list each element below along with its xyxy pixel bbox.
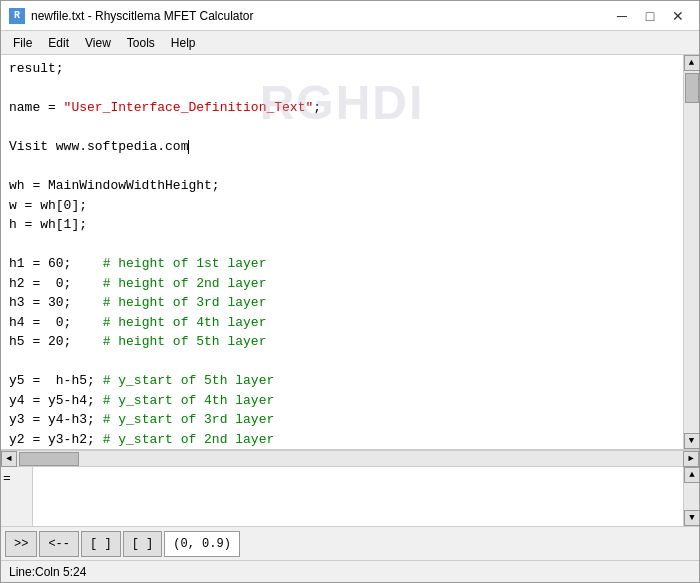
forward-button[interactable]: >> — [5, 531, 37, 557]
app-icon: R — [9, 8, 25, 24]
main-window: R newfile.txt - Rhyscitlema MFET Calcula… — [0, 0, 700, 583]
horizontal-scrollbar[interactable]: ◄ ► — [1, 450, 699, 466]
title-bar-controls: ─ □ ✕ — [609, 5, 691, 27]
scroll-up-button[interactable]: ▲ — [684, 55, 700, 71]
menu-help[interactable]: Help — [163, 34, 204, 52]
title-bar: R newfile.txt - Rhyscitlema MFET Calcula… — [1, 1, 699, 31]
bottom-scroll-track[interactable] — [684, 483, 699, 510]
vertical-scrollbar[interactable]: ▲ ▼ — [683, 55, 699, 449]
h-scroll-thumb[interactable] — [19, 452, 79, 466]
scroll-left-button[interactable]: ◄ — [1, 451, 17, 467]
bottom-scroll-down[interactable]: ▼ — [684, 510, 700, 526]
bottom-toolbar: >> <-- [ ] [ ] (0, 0.9) — [1, 526, 699, 560]
scroll-down-button[interactable]: ▼ — [684, 433, 700, 449]
bottom-section: ◄ ► = ▲ ▼ >> <-- [ ] [ ] — [1, 449, 699, 582]
bottom-scroll-up[interactable]: ▲ — [684, 467, 700, 483]
main-area: RGHDI result; name = "User_Interface_Def… — [1, 55, 699, 449]
editor-content[interactable]: result; name = "User_Interface_Definitio… — [1, 55, 683, 449]
editor-scroll-area[interactable]: RGHDI result; name = "User_Interface_Def… — [1, 55, 683, 449]
scroll-thumb[interactable] — [685, 73, 699, 103]
bracket-btn1[interactable]: [ ] — [81, 531, 121, 557]
bottom-editor-container: = ▲ ▼ — [1, 466, 699, 526]
scroll-right-button[interactable]: ► — [683, 451, 699, 467]
bottom-line-indicator: = — [1, 467, 33, 526]
bracket-btn2[interactable]: [ ] — [123, 531, 163, 557]
back-button[interactable]: <-- — [39, 531, 79, 557]
status-bar: Line:Coln 5:24 — [1, 560, 699, 582]
status-text: Line:Coln 5:24 — [9, 565, 86, 579]
window-title: newfile.txt - Rhyscitlema MFET Calculato… — [31, 9, 254, 23]
close-button[interactable]: ✕ — [665, 5, 691, 27]
coord-display: (0, 0.9) — [164, 531, 240, 557]
scroll-track[interactable] — [684, 71, 699, 433]
maximize-button[interactable]: □ — [637, 5, 663, 27]
menu-view[interactable]: View — [77, 34, 119, 52]
bottom-vertical-scrollbar[interactable]: ▲ ▼ — [683, 467, 699, 526]
menu-bar: File Edit View Tools Help — [1, 31, 699, 55]
menu-tools[interactable]: Tools — [119, 34, 163, 52]
menu-file[interactable]: File — [5, 34, 40, 52]
bottom-editor-content[interactable] — [33, 467, 683, 526]
editor-container: RGHDI result; name = "User_Interface_Def… — [1, 55, 699, 449]
minimize-button[interactable]: ─ — [609, 5, 635, 27]
h-scroll-track[interactable] — [17, 451, 683, 466]
title-bar-left: R newfile.txt - Rhyscitlema MFET Calcula… — [9, 8, 254, 24]
menu-edit[interactable]: Edit — [40, 34, 77, 52]
